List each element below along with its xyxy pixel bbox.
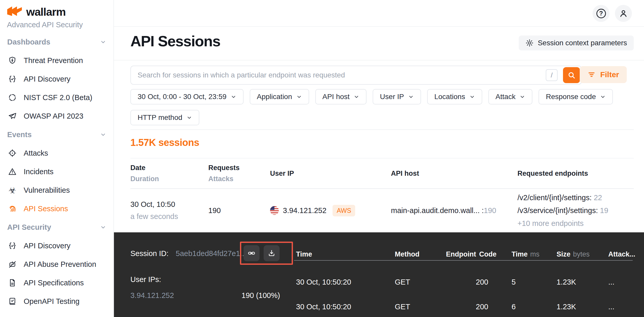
cell-requests: 190 [208, 206, 270, 215]
document-icon [7, 278, 17, 288]
search-input[interactable] [131, 66, 581, 84]
filter-chip-application[interactable]: Application [250, 89, 309, 104]
annotation-highlight-box [240, 242, 293, 265]
panel-header-divider [294, 260, 633, 261]
page-header: API Sessions Session context parameters [114, 27, 644, 60]
search-icon [567, 71, 576, 80]
panel-col-header-size: Sizebytes [557, 250, 590, 258]
chevron-down-icon [100, 131, 106, 138]
col-header-requested-endpoints: Requested endpoints [517, 170, 634, 178]
chevron-down-icon [100, 39, 106, 45]
user-ip-value[interactable]: 3.94.121.252 [130, 291, 174, 300]
sidebar-section-api-security[interactable]: API Security [0, 218, 113, 236]
filter-chip-api-host[interactable]: API host [315, 89, 367, 104]
braces-check-icon [7, 74, 17, 84]
slash-shortcut-hint: / [546, 69, 558, 81]
bot-off-icon [7, 259, 17, 269]
more-endpoints-link[interactable]: +10 more endpoints [517, 217, 634, 230]
request-row-code: 200 [476, 278, 488, 286]
sidebar-item-api-discovery-2[interactable]: API Discovery [0, 236, 113, 255]
help-button[interactable]: ? [593, 5, 610, 22]
topbar: ? [114, 0, 644, 27]
sidebar-item-openapi-testing[interactable]: OpenAPI Testing [0, 292, 113, 311]
chevron-down-icon [408, 94, 414, 100]
request-row-method: GET [395, 278, 410, 286]
filter-chip-user-ip[interactable]: User IP [373, 89, 421, 104]
chevron-down-icon [296, 94, 302, 100]
sidebar-item-vulnerabilities[interactable]: ☣ Vulnerabilities [0, 181, 113, 199]
filter-button[interactable]: Filter [580, 66, 627, 83]
aws-badge: AWS [333, 205, 355, 216]
chevron-down-icon [231, 94, 236, 100]
chevron-down-icon [100, 224, 106, 230]
filter-chip-locations[interactable]: Locations [427, 89, 482, 104]
panel-col-header-endpoint-code: EndpointCode [446, 250, 496, 258]
sidebar-item-owasp-api[interactable]: OWASP API 2023 [0, 107, 113, 125]
sidebar-item-api-sessions[interactable]: API Sessions [0, 199, 113, 218]
sidebar-item-incidents[interactable]: Incidents [0, 162, 113, 181]
request-row-attack: ... [608, 303, 614, 311]
wallarm-logo[interactable]: wallarm [7, 6, 66, 18]
session-id-label: Session ID: [130, 249, 168, 258]
cell-api-host: main-api.audit.demo.wall... :190 [391, 206, 517, 215]
braces-check-icon [7, 241, 17, 251]
user-menu-button[interactable] [615, 5, 632, 22]
sessions-table-header: Date Duration Requests Attacks User IP A… [130, 158, 634, 189]
book-check-icon [7, 296, 17, 306]
col-header-user-ip: User IP [270, 170, 391, 178]
sidebar-item-api-specifications[interactable]: API Specifications [0, 274, 113, 292]
search-row: / Filter [130, 66, 634, 85]
col-header-date: Date Duration [130, 164, 208, 183]
sidebar-item-api-discovery[interactable]: API Discovery [0, 70, 113, 88]
request-row-attack: ... [608, 278, 614, 286]
session-row[interactable]: 30 Oct, 10:50 a few seconds 190 3.94.121… [130, 189, 634, 232]
session-id-value: 5aeb1ded84fd27e1... [176, 249, 246, 258]
cell-requested-endpoints: /v2/client/{int}/settings: 22 /v3/servic… [517, 191, 634, 230]
session-context-parameters-button[interactable]: Session context parameters [519, 36, 634, 50]
session-details-panel: Session ID: 5aeb1ded84fd27e1... Time Met… [114, 232, 644, 317]
sidebar-item-nist-csf[interactable]: NIST CSF 2.0 (Beta) [0, 88, 113, 107]
cell-date: 30 Oct, 10:50 a few seconds [130, 200, 208, 221]
search-button[interactable] [563, 67, 580, 83]
fingerprint-icon [7, 204, 17, 214]
filter-funnel-icon [587, 71, 596, 79]
request-row-time-ms: 6 [512, 303, 516, 311]
page-title: API Sessions [130, 32, 220, 50]
filter-chip-response-code[interactable]: Response code [539, 89, 613, 104]
col-header-api-host: API host [391, 170, 517, 178]
request-row-time-ms: 5 [512, 278, 516, 286]
col-header-requests: Requests Attacks [208, 164, 270, 183]
request-row-code: 200 [476, 303, 488, 311]
sidebar-item-threat-prevention[interactable]: Threat Prevention [0, 51, 113, 70]
panel-col-header-time: Time [296, 250, 312, 258]
user-icon [619, 8, 628, 18]
sidebar-item-api-abuse-prevention[interactable]: API Abuse Prevention [0, 255, 113, 274]
filter-chip-row-2: HTTP method [130, 110, 199, 125]
sidebar-section-events[interactable]: Events [0, 125, 113, 144]
endpoint-line: /v2/client/{int}/settings: 22 [517, 191, 634, 204]
logo-text: wallarm [26, 6, 66, 18]
sidebar-nav: Dashboards Threat Prevention API Discove… [0, 33, 113, 311]
filter-chip-http-method[interactable]: HTTP method [130, 110, 199, 125]
filter-chip-attack[interactable]: Attack [488, 89, 533, 104]
sidebar-section-dashboards[interactable]: Dashboards [0, 33, 113, 51]
request-row-time[interactable]: 30 Oct, 10:50:20 [296, 303, 351, 311]
chevron-down-icon [520, 94, 525, 100]
warning-triangle-icon [7, 166, 17, 177]
wallarm-logo-icon [7, 6, 23, 18]
cell-user-ip: 3.94.121.252 AWS [270, 205, 391, 216]
request-row-method: GET [395, 303, 410, 311]
main-area: ? API Sessions Session context parameter… [114, 0, 644, 232]
search-box: / [130, 66, 582, 85]
sessions-count-heading: 1.57K sessions [130, 137, 199, 148]
request-row-time[interactable]: 30 Oct, 10:50:20 [296, 278, 351, 286]
gear-icon [525, 39, 534, 47]
sidebar-item-attacks[interactable]: Attacks [0, 144, 113, 162]
sidebar: wallarm Advanced API Security Dashboards… [0, 0, 114, 317]
nist-csf-icon [7, 92, 17, 103]
product-subtitle: Advanced API Security [7, 21, 83, 29]
chevron-down-icon [186, 115, 192, 120]
request-row-size: 1.23K [557, 278, 576, 286]
shield-zap-icon [7, 55, 17, 66]
filter-chip-date-range[interactable]: 30 Oct, 0:00 - 30 Oct, 23:59 [130, 89, 244, 104]
